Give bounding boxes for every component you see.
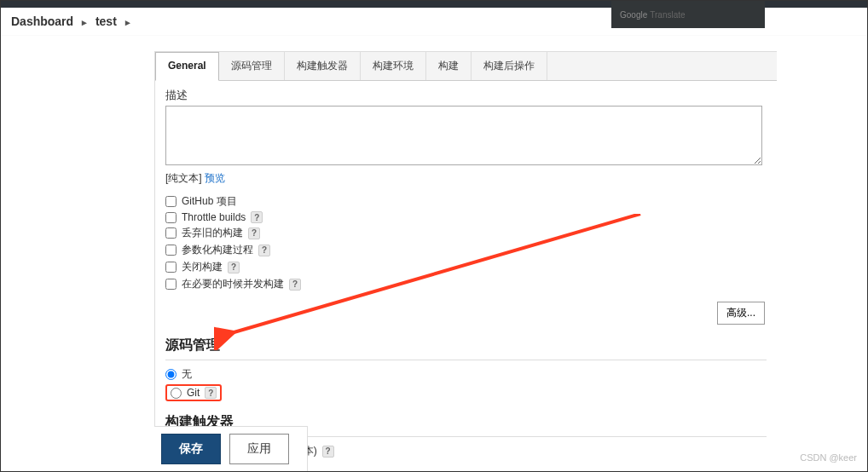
radio-scm-git[interactable] (171, 388, 182, 399)
tab-scm[interactable]: 源码管理 (219, 52, 285, 80)
radio-scm-none[interactable] (165, 369, 176, 380)
checkbox-discard-old[interactable] (165, 227, 176, 239)
opt-parameterized[interactable]: 参数化构建过程 ? (165, 243, 767, 257)
form-area: 描述 [纯文本] 预览 GitHub 项目 Throttle builds ? … (155, 81, 777, 472)
help-icon[interactable]: ? (322, 446, 334, 458)
label-throttle: Throttle builds (182, 211, 246, 223)
config-panel: General 源码管理 构建触发器 构建环境 构建 构建后操作 描述 [纯文本… (154, 51, 777, 472)
checkbox-github-project[interactable] (165, 196, 176, 207)
description-label: 描述 (165, 88, 767, 103)
label-discard-old: 丢弃旧的构建 (182, 226, 243, 240)
breadcrumb-item[interactable]: test (95, 14, 117, 28)
breadcrumb-root[interactable]: Dashboard (11, 14, 73, 28)
google-translate-bar[interactable]: Google Translate (611, 1, 765, 28)
translate-product: Translate (650, 10, 685, 20)
divider (165, 360, 767, 360)
plaintext-label: [纯文本] (165, 172, 205, 184)
advanced-button[interactable]: 高级... (717, 302, 765, 325)
chevron-right-icon: ▸ (82, 17, 87, 27)
translate-brand: Google (620, 10, 647, 20)
opt-disable[interactable]: 关闭构建 ? (165, 260, 767, 274)
label-scm-none: 无 (182, 367, 192, 382)
scm-section-title: 源码管理 (165, 337, 767, 354)
label-scm-git: Git (187, 387, 200, 399)
preview-link[interactable]: 预览 (205, 172, 225, 184)
tab-post[interactable]: 构建后操作 (472, 52, 547, 80)
label-disable: 关闭构建 (182, 260, 223, 274)
label-concurrent: 在必要的时候并发构建 (182, 277, 284, 291)
apply-button[interactable]: 应用 (229, 434, 289, 464)
help-icon[interactable]: ? (289, 279, 301, 291)
tab-build[interactable]: 构建 (426, 52, 472, 80)
tab-triggers[interactable]: 构建触发器 (285, 52, 361, 80)
opt-discard-old[interactable]: 丢弃旧的构建 ? (165, 226, 767, 240)
scm-git[interactable]: Git ? (165, 384, 767, 401)
checkbox-concurrent[interactable] (165, 279, 176, 290)
tab-general[interactable]: General (155, 52, 219, 81)
label-github-project: GitHub 项目 (182, 194, 237, 209)
checkbox-disable[interactable] (165, 262, 176, 273)
scm-none[interactable]: 无 (165, 367, 767, 382)
checkbox-throttle[interactable] (165, 212, 176, 223)
tab-env[interactable]: 构建环境 (361, 52, 426, 80)
description-sublabel: [纯文本] 预览 (165, 171, 767, 186)
watermark: CSDN @keer (800, 452, 857, 463)
help-icon[interactable]: ? (205, 387, 217, 399)
checkbox-parameterized[interactable] (165, 245, 176, 256)
save-button[interactable]: 保存 (161, 434, 221, 464)
label-parameterized: 参数化构建过程 (182, 243, 253, 257)
action-bar: 保存 应用 (154, 426, 308, 471)
config-tabs: General 源码管理 构建触发器 构建环境 构建 构建后操作 (155, 52, 777, 81)
opt-throttle[interactable]: Throttle builds ? (165, 211, 767, 223)
help-icon[interactable]: ? (258, 245, 270, 256)
opt-concurrent[interactable]: 在必要的时候并发构建 ? (165, 277, 767, 291)
help-icon[interactable]: ? (248, 227, 260, 239)
help-icon[interactable]: ? (251, 211, 263, 223)
description-textarea[interactable] (165, 106, 762, 165)
git-highlight: Git ? (165, 384, 222, 401)
help-icon[interactable]: ? (228, 262, 240, 273)
chevron-right-icon: ▸ (125, 17, 130, 27)
opt-github-project[interactable]: GitHub 项目 (165, 194, 767, 209)
